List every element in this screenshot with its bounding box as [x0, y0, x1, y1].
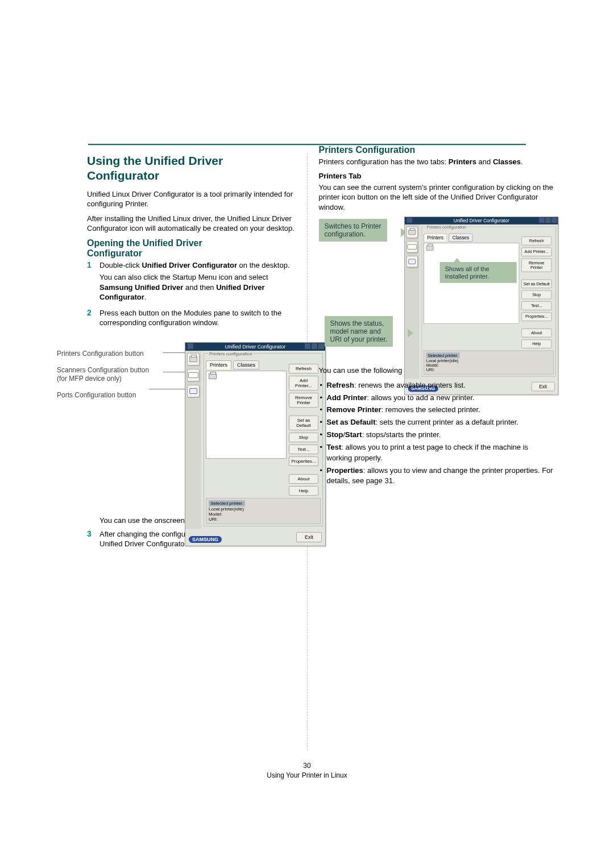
window-titlebar: Unified Driver Configurator [404, 217, 558, 225]
set-default-button: Set as Default [521, 280, 551, 289]
step1-sub-bold1: Samsung Unified Driver [99, 283, 183, 292]
list-item: Remove Printer: removes the selected pri… [319, 405, 555, 416]
annot2-l1: Shows all of the [445, 265, 489, 273]
annotated-screenshot: Switches to Printer configuration. Unifi… [319, 217, 555, 359]
selected-uri: URI: [209, 517, 318, 522]
step1-sub-end: . [144, 293, 147, 301]
bullet-bold: Test [327, 443, 342, 451]
list-item: Properties: allows you to view and chang… [319, 466, 555, 487]
bullet-bold: Stop [327, 430, 343, 439]
printers-tab-heading: Printers Tab [319, 172, 555, 180]
intro-paragraph-1: Unified Linux Driver Configurator is a t… [87, 189, 296, 209]
remove-printer-button: Remove Printer [289, 393, 318, 408]
remove-printer-button: Remove Printer [521, 259, 551, 272]
step1-text-b: on the desktop. [237, 261, 290, 269]
label-scanners-config-2: (for MFP device only) [57, 375, 122, 383]
list-item: Test: allows you to print a test page to… [319, 442, 555, 464]
h1-line1: Using the Unified Driver [87, 154, 223, 167]
printers-tab-desc: You can see the current system's printer… [319, 182, 555, 213]
h1-line2: Configurator [87, 169, 159, 182]
tab-printers: Printers [424, 234, 447, 242]
bullet-bold: Remove Printer [327, 405, 381, 414]
help-button: Help [289, 486, 318, 496]
bullet-rest: : stops/starts the printer. [362, 430, 441, 439]
h2-line1: Opening the Unified Driver [87, 238, 202, 248]
annot3-l3: URI of your printer. [330, 335, 388, 343]
bullet-rest: : renews the available printers list. [354, 381, 466, 389]
annot3-l2: model name and [330, 327, 381, 335]
bullet-rest: : sets the current printer as a default … [375, 418, 518, 426]
help-button: Help [521, 339, 551, 348]
annotation-pointer [408, 329, 413, 338]
about-button: About [521, 329, 551, 338]
printer-list [206, 371, 287, 459]
exit-button: Exit [296, 532, 322, 542]
window-title-text: Unified Driver Configurator [225, 344, 286, 350]
stop-button: Stop [521, 290, 551, 300]
list-item: Refresh: renews the available printers l… [319, 380, 555, 391]
printer-icon [426, 246, 433, 251]
selected-model: Model: [426, 363, 551, 368]
section-heading: Using the Unified Driver Configurator [87, 153, 296, 184]
bullet-rest: : removes the selected printer. [381, 405, 480, 414]
tab-classes: Classes [449, 234, 472, 242]
modules-sidebar [185, 351, 201, 529]
intro-bold1: Printers [449, 157, 476, 166]
set-default-button: Set as Default [289, 416, 318, 430]
refresh-button: Refresh [521, 236, 551, 246]
framebox-label: Printers configuration [425, 225, 467, 230]
right-column: Printers Configuration Printers configur… [319, 153, 555, 750]
intro-bold2: Classes [493, 157, 521, 166]
footer-text: Using Your Printer in Linux [0, 771, 614, 779]
callout-labels: Printers Configuration button Scanners C… [57, 350, 182, 408]
bullet-bold: Set as Default [327, 418, 376, 426]
step-number: 3 [87, 529, 99, 551]
list-item: Set as Default: sets the current printer… [319, 417, 555, 428]
subsection-heading: Opening the Unified Driver Configurator [87, 238, 296, 259]
scanner-config-icon [187, 369, 200, 381]
printer-list: Shows all of the installed printer. [424, 243, 519, 324]
left-column: Using the Unified Driver Configurator Un… [60, 153, 296, 750]
bullet-bold: Refresh [327, 381, 354, 389]
step1-bold: Unified Driver Configurator [142, 261, 237, 269]
annotation-pointer [453, 258, 460, 263]
intro-a: Printers configuration has the two tabs: [319, 157, 449, 166]
window-system-icon [406, 218, 412, 223]
label-printers-config: Printers Configuration button [57, 350, 182, 358]
about-button: About [289, 474, 318, 484]
window-maximize-icon [312, 343, 317, 349]
step1-sub-a: You can also click the Startup Menu icon… [99, 273, 268, 281]
printers-config-heading: Printers Configuration [319, 145, 555, 155]
selected-model: Model: [209, 512, 318, 517]
step1-sub-mid: and then [183, 283, 216, 292]
port-config-icon [187, 385, 200, 397]
window-system-icon [188, 343, 193, 349]
bullet-bold-2: Start [345, 430, 362, 439]
label-ports-config: Ports Configuration button [57, 391, 182, 400]
unified-configurator-screenshot: Unified Driver Configurator [185, 342, 326, 546]
scanner-config-icon [406, 241, 417, 252]
selected-uri: URI: [426, 368, 551, 372]
selected-printer-label: Selected printer: [426, 352, 459, 358]
step1-text-a: Double-click [99, 261, 142, 269]
window-titlebar: Unified Driver Configurator [185, 343, 325, 351]
selected-printer-frame: Selected printer: Local printer(idle) Mo… [206, 498, 321, 524]
step-number: 2 [87, 308, 99, 330]
annotation-switch-printer: Switches to Printer configuration. [319, 219, 387, 242]
annot2-l2: installed printer. [445, 273, 488, 280]
printers-config-intro: Printers configuration has the two tabs:… [319, 157, 555, 167]
properties-button: Properties... [289, 456, 318, 466]
selected-local: Local printer(idle) [209, 506, 318, 512]
bullet-rest: : allows you to add a new printer. [367, 393, 474, 402]
page-number: 30 [0, 762, 614, 770]
bullet-bold: Properties [327, 466, 363, 475]
stop-button: Stop [289, 433, 318, 442]
selected-printer-label: Selected printer: [209, 500, 245, 506]
modules-sidebar [404, 225, 419, 379]
step-1: 1 Double-click Unified Driver Configurat… [87, 260, 296, 305]
window-maximize-icon [545, 218, 550, 223]
annot1-l1: Switches to Printer [325, 222, 381, 230]
window-minimize-icon [305, 343, 310, 349]
window-minimize-icon [539, 218, 544, 223]
step-2: 2 Press each button on the Modules pane … [87, 308, 296, 330]
